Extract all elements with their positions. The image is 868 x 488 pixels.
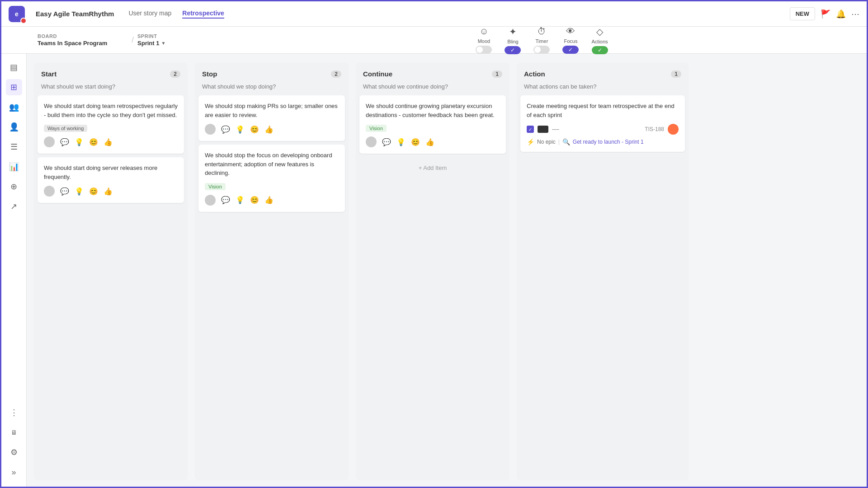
card-continue-1-emoji-icon[interactable]: 😊 — [411, 138, 420, 146]
card-start-1-avatar — [44, 136, 55, 147]
mood-toggle-thumb — [476, 47, 483, 53]
column-start-header: Start 2 — [34, 63, 188, 83]
card-stop-1-like-icon[interactable]: 👍 — [264, 125, 274, 134]
card-stop-2-text: We should stop the focus on developing o… — [205, 151, 339, 178]
card-stop-2-emoji-icon[interactable]: 😊 — [250, 196, 259, 204]
card-stop-1-emoji-icon[interactable]: 😊 — [250, 125, 259, 134]
card-start-1-actions: 💬 💡 😊 👍 — [44, 136, 178, 147]
sprint-value[interactable]: Sprint 1 ▼ — [137, 40, 228, 47]
tool-timer[interactable]: ⏱ Timer — [533, 26, 550, 54]
column-stop-header: Stop 2 — [195, 63, 349, 83]
sidebar-icon-monitor[interactable]: 🖥 — [6, 424, 22, 441]
column-start-body: We should start doing team retrospective… — [34, 95, 188, 480]
card-stop-2-tag: Vision — [205, 183, 226, 190]
tool-actions[interactable]: ◇ Actions ✓ — [591, 26, 608, 54]
main-layout: ▤ ⊞ 👥 👤 ☰ 📊 ⊕ ↗ ⋮ 🖥 ⚙ » Start 2 What sho… — [1, 54, 867, 488]
column-continue-title: Continue — [363, 70, 392, 78]
tool-focus[interactable]: 👁 Focus ✓ — [562, 26, 579, 54]
more-icon-button[interactable]: ⋯ — [851, 9, 859, 19]
focus-icon: 👁 — [566, 26, 575, 37]
sidebar-bottom: ⋮ 🖥 ⚙ » — [6, 404, 22, 484]
card-stop-2-comment-icon[interactable]: 💬 — [221, 196, 230, 204]
card-start-1-like-icon[interactable]: 👍 — [104, 138, 113, 146]
sidebar-icon-dots[interactable]: ⋮ — [6, 404, 22, 421]
action-sprint-icon: 🔍 — [562, 138, 570, 145]
actions-toggle[interactable]: ✓ — [592, 46, 608, 54]
card-stop-1-comment-icon[interactable]: 💬 — [221, 125, 230, 134]
timer-icon: ⏱ — [537, 26, 546, 37]
focus-toggle[interactable]: ✓ — [562, 46, 579, 54]
column-start-count: 2 — [170, 70, 180, 78]
card-start-2-comment-icon[interactable]: 💬 — [60, 187, 69, 196]
action-ticket-id: TIS-188 — [645, 126, 664, 132]
card-continue-1-bulb-icon[interactable]: 💡 — [396, 138, 406, 146]
mood-icon: ☺ — [479, 26, 488, 37]
action-epic: ⚡ No epic | 🔍 Get ready to launch - Spri… — [527, 138, 679, 145]
nav-right: NEW 🚩 🔔 ⋯ — [790, 7, 859, 20]
card-stop-1-bulb-icon[interactable]: 💡 — [236, 125, 245, 134]
nav-retrospective[interactable]: Retrospective — [182, 9, 224, 19]
card-start-2-like-icon[interactable]: 👍 — [104, 187, 113, 196]
card-start-1-bulb-icon[interactable]: 💡 — [75, 138, 84, 146]
timer-toggle[interactable] — [533, 46, 550, 54]
card-start-1-comment-icon[interactable]: 💬 — [60, 138, 69, 146]
column-action-count: 1 — [671, 70, 681, 78]
breadcrumb-board: BOARD Teams In Space Program — [38, 33, 128, 47]
board-content: Start 2 What should we start doing? We s… — [27, 54, 867, 488]
sidebar-icon-chart[interactable]: 📊 — [6, 159, 22, 175]
sidebar-icon-settings[interactable]: ⚙ — [6, 444, 22, 460]
action-card-1-text: Create meeting request for team retrospe… — [527, 102, 679, 119]
action-epic-sep: | — [558, 139, 560, 145]
card-start-1-emoji-icon[interactable]: 😊 — [89, 138, 98, 146]
card-continue-1-comment-icon[interactable]: 💬 — [382, 138, 391, 146]
card-continue-1-actions: 💬 💡 😊 👍 — [366, 136, 500, 147]
card-stop-2-bulb-icon[interactable]: 💡 — [236, 196, 245, 204]
new-button[interactable]: NEW — [790, 7, 815, 20]
card-stop-2-avatar — [205, 195, 216, 206]
tool-mood[interactable]: ☺ Mood — [476, 26, 492, 54]
bell-icon-button[interactable]: 🔔 — [836, 9, 846, 19]
sidebar-icon-layers[interactable]: ⊕ — [6, 178, 22, 195]
add-item-continue[interactable]: + Add Item — [359, 157, 506, 178]
bling-toggle[interactable]: ✓ — [505, 46, 521, 54]
app-logo: e — [9, 6, 25, 22]
column-stop-title: Stop — [202, 70, 217, 78]
card-stop-2-actions: 💬 💡 😊 👍 — [205, 195, 339, 206]
sidebar-icon-grid[interactable]: ⊞ — [6, 79, 22, 95]
card-continue-1-tag: Vision — [366, 125, 387, 132]
action-checkbox[interactable]: ✓ — [527, 126, 534, 133]
card-continue-1-like-icon[interactable]: 👍 — [425, 138, 434, 146]
action-avatar — [668, 124, 679, 135]
card-start-2-bulb-icon[interactable]: 💡 — [75, 187, 84, 196]
column-stop-subtitle: What should we stop doing? — [195, 83, 349, 95]
column-continue: Continue 1 What should we continue doing… — [356, 63, 509, 480]
card-start-2-actions: 💬 💡 😊 👍 — [44, 186, 178, 197]
action-sprint-link[interactable]: Get ready to launch - Sprint 1 — [573, 139, 644, 145]
sidebar-icon-person[interactable]: 👤 — [6, 119, 22, 135]
top-nav: e Easy Agile TeamRhythm User story map R… — [1, 1, 867, 27]
sidebar-icon-board[interactable]: ▤ — [6, 59, 22, 75]
card-continue-1-avatar — [366, 136, 377, 147]
board-label: BOARD — [38, 33, 128, 39]
card-start-1-tag: Ways of working — [44, 125, 87, 132]
nav-user-story-map[interactable]: User story map — [128, 9, 171, 19]
flag-icon-button[interactable]: 🚩 — [821, 9, 830, 19]
tool-bling[interactable]: ✦ Bling ✓ — [505, 26, 521, 54]
column-continue-count: 1 — [492, 70, 502, 78]
column-continue-header: Continue 1 — [356, 63, 509, 83]
card-stop-1: We should stop making PRs so large; smal… — [198, 95, 345, 141]
column-action: Action 1 What actions can be taken? Crea… — [517, 63, 689, 480]
sidebar-icon-trending[interactable]: ↗ — [6, 198, 22, 215]
actions-icon: ◇ — [596, 26, 603, 37]
card-stop-1-text: We should stop making PRs so large; smal… — [205, 102, 339, 119]
action-no-epic: No epic — [537, 139, 556, 145]
action-color-block — [538, 126, 548, 133]
card-stop-2-like-icon[interactable]: 👍 — [264, 196, 274, 204]
card-stop-1-avatar — [205, 124, 216, 135]
sidebar-icon-people[interactable]: 👥 — [6, 99, 22, 115]
card-start-2-emoji-icon[interactable]: 😊 — [89, 187, 98, 196]
mood-toggle[interactable] — [476, 46, 492, 54]
sprint-label: SPRINT — [137, 33, 228, 39]
sidebar-icon-expand[interactable]: » — [6, 464, 22, 480]
sidebar-icon-list[interactable]: ☰ — [6, 139, 22, 155]
